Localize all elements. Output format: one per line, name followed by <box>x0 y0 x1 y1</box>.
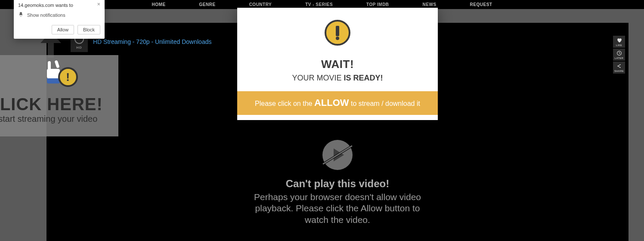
bell-icon <box>18 11 24 19</box>
share-label: SHARE <box>614 70 624 72</box>
like-button[interactable]: LIKE <box>613 36 625 48</box>
hd-link-label: HD Streaming - 720p - Unlimited Download… <box>93 38 211 45</box>
exclamation-icon: ! <box>58 67 78 87</box>
notification-origin: 14.geomoks.com wants to <box>18 3 73 8</box>
modal-cta-bar[interactable]: Please click on the ALLOW to stream / do… <box>237 91 438 120</box>
like-label: LIKE <box>616 44 622 46</box>
nav-request[interactable]: REQUEST <box>470 2 492 7</box>
click-here-heading: CLICK HERE! <box>0 95 103 114</box>
nav-news[interactable]: NEWS <box>423 2 437 7</box>
exclamation-circle-icon <box>325 20 350 46</box>
wait-modal: WAIT! YOUR MOVIE IS READY! Please click … <box>237 8 438 120</box>
block-button[interactable]: Block <box>77 25 100 34</box>
cant-play-heading: Can't play this video! <box>251 178 424 190</box>
cant-play-body: Perhaps your browser doesn't allow video… <box>251 192 424 226</box>
modal-bar-allow: ALLOW <box>314 97 349 108</box>
nav-topimdb[interactable]: TOP IMDB <box>366 2 389 7</box>
nav-tvseries[interactable]: TV - SERIES <box>305 2 333 7</box>
heart-icon <box>616 37 622 43</box>
play-disabled-icon <box>322 140 353 170</box>
modal-sub-pre: YOUR MOVIE <box>292 74 344 82</box>
share-icon <box>616 63 622 69</box>
nav-genre[interactable]: GENRE <box>199 2 216 7</box>
watch-later-button[interactable]: LATER <box>613 49 625 61</box>
modal-bar-pre: Please click on the <box>255 100 314 107</box>
notification-permission-prompt: 14.geomoks.com wants to × Show notificat… <box>14 0 105 39</box>
video-error-message: Can't play this video! Perhaps your brow… <box>251 140 424 226</box>
share-button[interactable]: SHARE <box>613 62 625 74</box>
modal-bar-post: to stream / download it <box>349 100 420 107</box>
clock-icon <box>616 50 622 56</box>
modal-heading: WAIT! <box>242 58 433 71</box>
nav-home[interactable]: HOME <box>152 2 166 7</box>
modal-subheading: YOUR MOVIE IS READY! <box>242 74 433 83</box>
allow-button[interactable]: Allow <box>52 25 74 34</box>
modal-sub-strong: IS READY! <box>344 74 383 82</box>
later-label: LATER <box>615 57 623 59</box>
hd-icon-text: HD <box>76 46 82 49</box>
nav-country[interactable]: COUNTRY <box>249 2 272 7</box>
notification-message: Show notifications <box>27 12 65 18</box>
video-action-rail: LIKE LATER SHARE <box>613 36 625 74</box>
click-here-sub: to start streaming your video <box>0 114 97 124</box>
close-icon[interactable]: × <box>97 3 100 6</box>
hand-pointer-icon: ! <box>43 59 75 84</box>
click-here-panel[interactable]: ! CLICK HERE! to start streaming your vi… <box>0 55 118 136</box>
